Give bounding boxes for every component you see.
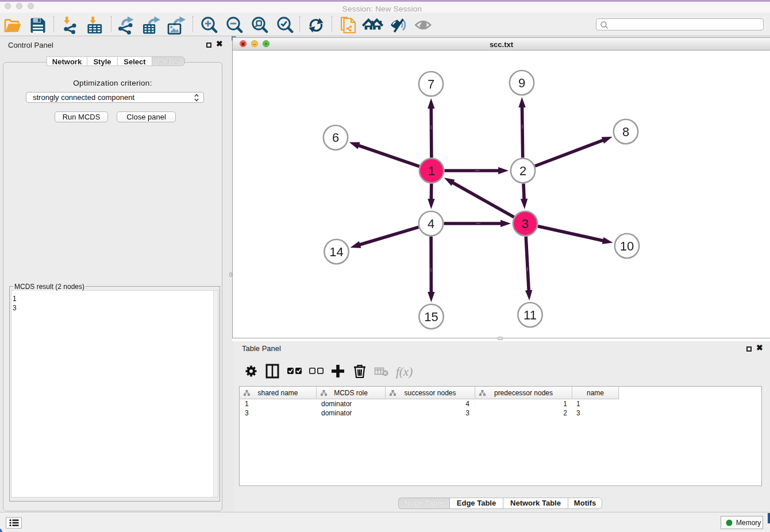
svg-text:9: 9 <box>518 76 525 90</box>
svg-text:11: 11 <box>523 308 537 322</box>
svg-text:f(x): f(x) <box>396 365 413 379</box>
svg-text:3: 3 <box>522 217 529 231</box>
svg-text:2: 2 <box>519 164 526 178</box>
svg-text:1: 1 <box>428 164 435 178</box>
svg-text:4: 4 <box>428 217 434 231</box>
svg-text:15: 15 <box>424 310 438 324</box>
svg-text:14: 14 <box>329 245 343 259</box>
svg-text:6: 6 <box>332 130 339 145</box>
svg-text:7: 7 <box>428 77 434 91</box>
svg-text:10: 10 <box>620 239 634 253</box>
svg-text:8: 8 <box>622 125 629 139</box>
